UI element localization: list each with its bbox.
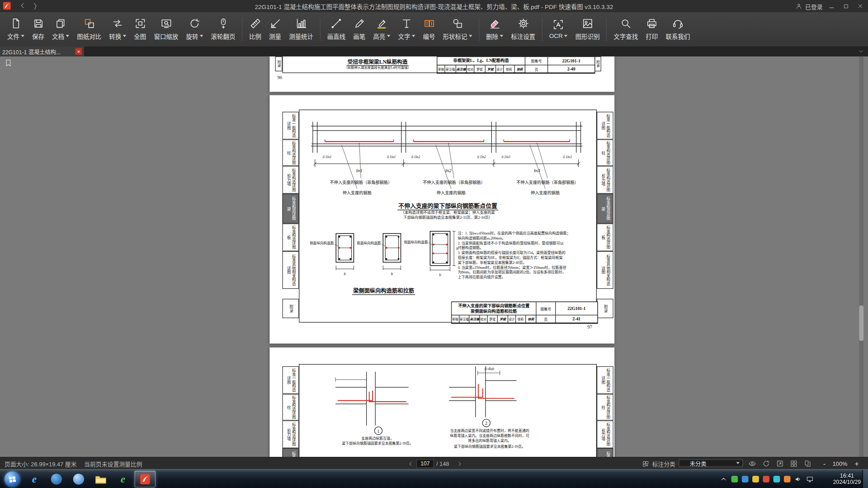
toolbar-label: 文字 xyxy=(398,32,410,41)
toolbar-print-button[interactable]: 打印 xyxy=(642,12,662,46)
toolbar-highlight-button[interactable]: 高亮 xyxy=(369,12,394,46)
toolbar-settings-button[interactable]: 标注设置 xyxy=(507,12,539,46)
toolbar-compare-button[interactable]: 图纸对比 xyxy=(73,12,105,46)
previous-page-button[interactable] xyxy=(407,458,414,470)
tab-close-icon[interactable]: × xyxy=(75,48,82,55)
pdf-page-96: 附录 附录 受扭非框架梁LN纵筋构造 （纵筋伸入端支座直段长度满足La时可直锚）… xyxy=(269,56,614,92)
file-icon xyxy=(10,18,22,29)
browser-light-taskbar-button[interactable] xyxy=(68,471,90,488)
toolbar-ocr-button[interactable]: OCR xyxy=(545,12,571,46)
pen-icon xyxy=(354,18,365,29)
drawing-notes: 注：1. 当hw≥450mm时，在梁的两个侧面应沿高度配置纵向构造钢筋；纵向构造… xyxy=(458,231,596,280)
toolbar-rotate-button[interactable]: 旋转 xyxy=(182,12,207,46)
detail-number-badge: 1 xyxy=(374,427,382,435)
undo-arrow-icon[interactable] xyxy=(19,2,28,11)
volume-icon[interactable] xyxy=(794,475,802,483)
toolbar-stats-button[interactable]: 测量统计 xyxy=(285,12,317,46)
zoom-out-button[interactable]: - xyxy=(823,458,826,470)
toolbar-file-button[interactable]: 文件 xyxy=(3,12,28,46)
scrollpage-icon xyxy=(217,18,229,29)
extract-icon[interactable] xyxy=(776,460,784,468)
show-desktop-button[interactable] xyxy=(863,470,868,488)
svg-text:b: b xyxy=(439,272,441,277)
toolbar-recognize-button[interactable]: 图形识别 xyxy=(571,12,604,46)
toolbar-convert-button[interactable]: 转换 xyxy=(105,12,130,46)
toolbar-contact-button[interactable]: 联系我们 xyxy=(662,12,694,46)
titleblock-signature-row: 审核吴汉福吴汉福校对罗斌罗斌设计徐莉徐莉 xyxy=(452,315,536,323)
browser-green-taskbar-button[interactable]: e xyxy=(113,471,134,488)
zoom-in-button[interactable]: + xyxy=(855,458,859,470)
toolbar-label: 编号 xyxy=(423,32,435,41)
next-page-button[interactable] xyxy=(456,458,463,470)
tray-app-icon[interactable] xyxy=(784,476,791,483)
browser-blue-taskbar-button[interactable] xyxy=(46,471,67,488)
grid-icon[interactable] xyxy=(790,460,797,468)
tray-app-icon[interactable] xyxy=(731,476,738,483)
category-value: 未分类 xyxy=(690,459,707,467)
toolbar-label: 文档 xyxy=(52,32,64,41)
minimize-button[interactable] xyxy=(826,2,837,11)
bookmark-icon[interactable] xyxy=(5,59,12,67)
contact-icon xyxy=(672,18,684,29)
maximize-button[interactable] xyxy=(840,2,851,11)
toolbar-text-button[interactable]: 文字 xyxy=(394,12,419,46)
tray-app-icon[interactable] xyxy=(763,476,769,483)
refresh-icon[interactable] xyxy=(762,460,770,468)
text-line: 代替构造钢筋。 xyxy=(458,246,596,251)
pages-icon[interactable] xyxy=(804,460,811,468)
toolbar-save-button[interactable]: 保存 xyxy=(28,12,48,46)
toolbar-line-button[interactable]: 画直线 xyxy=(323,12,349,46)
document-tab[interactable]: 22G101-1 混凝土结构... × xyxy=(0,47,84,56)
scrollbar-thumb[interactable] xyxy=(859,305,863,341)
page-side-tab: 标准构造详图柱 xyxy=(597,140,613,166)
stats-icon xyxy=(295,18,307,29)
dropdown-arrow-icon xyxy=(21,35,24,37)
toolbar-ratio-button[interactable]: 比例 xyxy=(245,12,265,46)
page-side-tab: 标准构造详图梁 xyxy=(597,448,613,457)
toolbar-label: 打印 xyxy=(646,32,658,41)
toolbar-search-button[interactable]: 文字查找 xyxy=(610,12,642,46)
text-line: 搭接长度：框架梁为llE，非框架梁为ll；锚固方式：框架梁同框架 xyxy=(458,256,596,261)
rebar-red-lines xyxy=(325,140,570,142)
page-number-input[interactable]: 107 xyxy=(416,459,434,468)
eye-icon[interactable] xyxy=(749,460,756,468)
toolbar-pen-button[interactable]: 画笔 xyxy=(349,12,369,46)
tray-app-icon[interactable] xyxy=(752,476,759,483)
dropdown-arrow-icon xyxy=(500,35,503,37)
chevron-up-icon[interactable] xyxy=(720,475,727,483)
toolbar-scrollpage-button[interactable]: 滚轮翻页 xyxy=(207,12,239,46)
text-line: 梁下部纵向钢筋锚固要求见本图集第2-39页。 xyxy=(439,444,541,449)
pdf-reader-taskbar-button[interactable] xyxy=(135,471,156,488)
number-icon xyxy=(423,18,435,29)
titleblock-atlas-label: 图集号 xyxy=(537,302,556,315)
svg-text:0.1ln2: 0.1ln2 xyxy=(477,155,486,159)
titleblock-signature: 罗斌 xyxy=(485,65,495,72)
login-status[interactable]: 已登录 xyxy=(805,2,823,10)
ie-browser-taskbar-button[interactable]: e xyxy=(24,471,45,488)
file-explorer-taskbar-button[interactable] xyxy=(90,471,112,488)
titleblock-atlas-label: 图集号 xyxy=(525,57,547,65)
toolbar-docs-button[interactable]: 文档 xyxy=(48,12,73,46)
network-icon[interactable] xyxy=(806,475,814,483)
page-side-tab: 标准构造详图梁 xyxy=(597,194,613,224)
toolbar-number-button[interactable]: 编号 xyxy=(419,12,439,46)
close-button[interactable] xyxy=(855,2,866,11)
drawing-note-line: （本构造详图不适用于框支梁、框架扁梁；伸入支座的梁 xyxy=(299,210,597,215)
redo-arrow-icon[interactable] xyxy=(31,2,40,11)
text-line: 当支座两边梁宽不同或错开布置时，将不能直通的 xyxy=(439,428,541,433)
tab-list-chevron-icon[interactable] xyxy=(858,47,865,55)
toolbar-winzoom-button[interactable]: 窗口缩放 xyxy=(150,12,182,46)
vertical-scrollbar[interactable] xyxy=(859,56,863,457)
taskbar-apps: ee xyxy=(1,470,156,488)
toolbar-shape-button[interactable]: 形状标记 xyxy=(439,12,476,46)
titleblock-atlas-number: 22G101-1 xyxy=(548,57,594,65)
document-viewport[interactable]: 附录 附录 受扭非框架梁LN纵筋构造 （纵筋伸入端支座直段长度满足La时可直锚）… xyxy=(0,56,868,457)
annotation-category-dropdown[interactable]: 未分类 xyxy=(679,459,743,467)
toolbar-fullview-button[interactable]: 全图 xyxy=(130,12,150,46)
toolbar-measure-button[interactable]: 测量 xyxy=(265,12,285,46)
start-orb[interactable] xyxy=(2,471,23,488)
toolbar-eraser-button[interactable]: 删除 xyxy=(482,12,507,46)
tray-app-icon[interactable] xyxy=(774,476,780,483)
tray-app-icon[interactable] xyxy=(742,476,749,483)
taskbar-clock[interactable]: 16:41 2024/10/29 xyxy=(833,470,861,488)
